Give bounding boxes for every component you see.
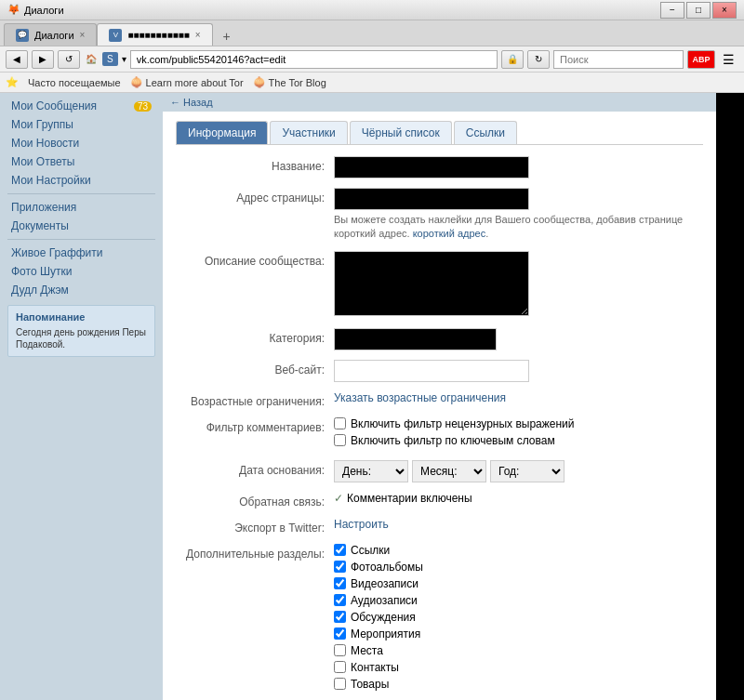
tab-dialogi[interactable]: 💬 Диалоги × — [4, 23, 97, 46]
sidebar-item-jokes[interactable]: Фото Шутки — [0, 262, 163, 281]
section-links-row: Ссылки — [334, 544, 703, 557]
desc-textarea[interactable] — [334, 251, 529, 316]
tab-close-vk[interactable]: × — [195, 30, 201, 40]
tor-blog-icon: 🧅 — [253, 76, 266, 88]
section-goods-label: Товары — [351, 678, 389, 691]
bookmark-frequent[interactable]: Часто посещаемые — [28, 77, 121, 88]
category-select[interactable] — [334, 328, 497, 350]
sidebar-item-messages[interactable]: Мои Сообщения 73 — [0, 97, 163, 115]
short-address-link[interactable]: короткий адрес — [413, 228, 486, 239]
sidebar-item-groups[interactable]: Мои Группы — [0, 115, 163, 134]
form-row-filter: Фильтр комментариев: Включить фильтр нец… — [176, 417, 703, 451]
section-places-checkbox[interactable] — [334, 644, 346, 656]
ssl-icon[interactable]: 🔒 — [501, 50, 524, 69]
section-videos-checkbox[interactable] — [334, 577, 346, 589]
nav-arrow[interactable]: ▾ — [122, 54, 126, 64]
day-select[interactable]: День: — [334, 460, 408, 482]
bookmark-tor-blog-label: The Tor Blog — [269, 77, 326, 88]
sidebar-docs-label: Документы — [11, 219, 69, 232]
tab-blacklist[interactable]: Чёрный список — [350, 121, 452, 144]
nav-bar: ◀ ▶ ↺ 🏠 S ▾ 🔒 ↻ ABP ☰ — [0, 46, 744, 73]
form-row-sections: Дополнительные разделы: Ссылки Фотоальбо… — [176, 544, 703, 694]
sidebar-groups-label: Мои Группы — [11, 118, 73, 131]
browser-title-icon: 🦊 — [7, 4, 20, 16]
name-input[interactable] — [334, 156, 529, 178]
sidebar-jokes-label: Фото Шутки — [11, 265, 72, 278]
forward-button[interactable]: ▶ — [32, 50, 54, 69]
tab-icon-vk: V — [109, 29, 122, 42]
sidebar-item-apps[interactable]: Приложения — [0, 198, 163, 217]
close-button[interactable]: × — [712, 2, 737, 19]
back-button-content[interactable]: ← Назад — [163, 93, 716, 112]
sidebar-item-news[interactable]: Мои Новости — [0, 134, 163, 152]
tab-members[interactable]: Участники — [270, 121, 347, 144]
section-audio-label: Аудиозаписи — [351, 594, 418, 607]
tab-icon-dialogi: 💬 — [16, 29, 29, 42]
minimize-button[interactable]: − — [660, 2, 684, 19]
address-input[interactable] — [334, 188, 529, 210]
label-desc: Описание сообщества: — [176, 251, 334, 268]
maximize-button[interactable]: □ — [686, 2, 711, 19]
section-photos-row: Фотоальбомы — [334, 561, 703, 574]
section-events-checkbox[interactable] — [334, 627, 346, 640]
field-website — [334, 360, 703, 382]
section-goods-row: Товары — [334, 678, 703, 691]
tab-info[interactable]: Информация — [176, 121, 268, 144]
content-area[interactable]: ← Назад Информация Участники Чёрный спис… — [163, 93, 716, 700]
sidebar-item-graffiti[interactable]: Живое Граффити — [0, 244, 163, 262]
tab-links[interactable]: Ссылки — [454, 121, 517, 144]
filter-keywords-checkbox[interactable] — [334, 434, 346, 446]
bookmarks-bar: ⭐ Часто посещаемые 🧅 Learn more about To… — [0, 73, 744, 93]
month-select[interactable]: Месяц: — [412, 460, 486, 482]
tab-members-label: Участники — [282, 126, 335, 139]
label-filter: Фильтр комментариев: — [176, 417, 334, 434]
label-sections: Дополнительные разделы: — [176, 544, 334, 561]
section-photos-checkbox[interactable] — [334, 561, 346, 573]
feedback-value: Комментарии включены — [347, 492, 472, 505]
back-button[interactable]: ◀ — [6, 50, 28, 69]
sidebar-item-doodle[interactable]: Дудл Джэм — [0, 281, 163, 299]
website-input[interactable] — [334, 360, 529, 382]
search-input[interactable] — [553, 50, 684, 69]
tab-close-dialogi[interactable]: × — [80, 30, 86, 40]
tab-info-label: Информация — [188, 126, 256, 139]
url-input[interactable] — [130, 50, 498, 69]
section-audio-checkbox[interactable] — [334, 594, 346, 606]
reload-button[interactable]: ↺ — [58, 50, 80, 69]
section-photos-label: Фотоальбомы — [351, 561, 423, 574]
filter-obscene-checkbox[interactable] — [334, 417, 346, 429]
new-tab-button[interactable]: + — [217, 27, 237, 46]
label-age: Возрастные ограничения: — [176, 391, 334, 408]
section-discussions-checkbox[interactable] — [334, 611, 346, 623]
bookmark-tor[interactable]: 🧅 Learn more about Tor — [130, 76, 244, 88]
section-links-checkbox[interactable] — [334, 544, 346, 556]
address-hint: Вы можете создать наклейки для Вашего со… — [334, 213, 703, 242]
tab-vk[interactable]: V ■■■■■■■■■■■ × — [97, 23, 212, 46]
year-select[interactable]: Год: — [490, 460, 565, 482]
section-goods-checkbox[interactable] — [334, 678, 346, 690]
bookmarks-label: ⭐ — [6, 76, 19, 88]
label-website: Веб-сайт: — [176, 360, 334, 376]
label-feedback: Обратная связь: — [176, 492, 334, 508]
adblock-button[interactable]: ABP — [687, 50, 715, 69]
sidebar-item-settings[interactable]: Мои Настройки — [0, 171, 163, 190]
sidebar-item-answers[interactable]: Мои Ответы — [0, 152, 163, 171]
bookmark-tor-blog[interactable]: 🧅 The Tor Blog — [253, 76, 326, 88]
reminder-text: Сегодня день рождения Перы Подаковой. — [16, 326, 147, 350]
refresh-icon[interactable]: ↻ — [527, 50, 550, 69]
label-twitter: Экспорт в Twitter: — [176, 518, 334, 535]
twitter-link[interactable]: Настроить — [334, 518, 389, 531]
reminder-title: Напоминание — [16, 311, 147, 323]
messages-badge: 73 — [134, 101, 152, 112]
sidebar-graffiti-label: Живое Граффити — [11, 246, 103, 259]
menu-icon[interactable]: ☰ — [719, 52, 738, 67]
form-row-name: Название: — [176, 156, 703, 178]
sidebar-answers-label: Мои Ответы — [11, 155, 74, 168]
bookmark-frequent-label: Часто посещаемые — [28, 77, 121, 88]
age-link[interactable]: Указать возрастные ограничения — [334, 391, 506, 404]
section-places-row: Места — [334, 644, 703, 657]
section-contacts-checkbox[interactable] — [334, 661, 346, 673]
sidebar-item-docs[interactable]: Документы — [0, 217, 163, 235]
section-videos-label: Видеозаписи — [351, 577, 418, 590]
tab-blacklist-label: Чёрный список — [362, 126, 440, 139]
